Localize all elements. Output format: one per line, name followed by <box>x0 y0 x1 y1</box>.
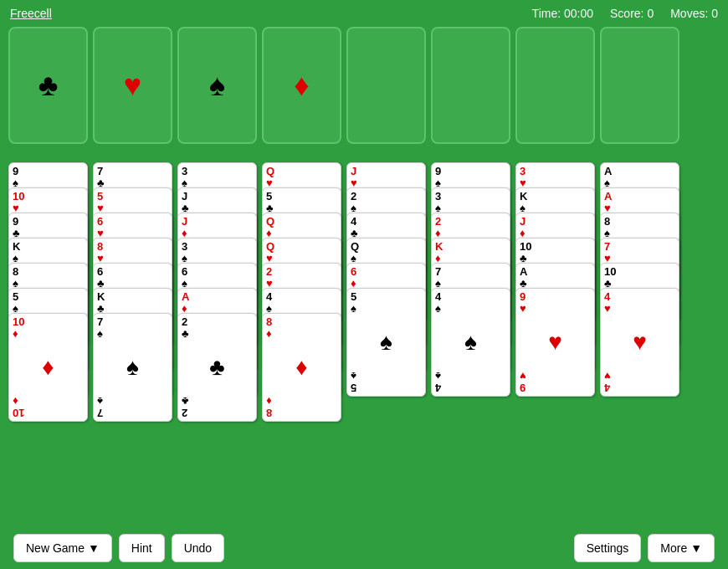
moves-stat: Moves: 0 <box>670 7 718 20</box>
card-stack-7: 3♥♥3♥K♠♠K♠J♦♦J♦10♣♣10♣A♣♣A♣9♥♥9♥ <box>515 162 595 397</box>
left-buttons: New Game ▼ Hint Undo <box>13 534 224 562</box>
more-button[interactable]: More ▼ <box>648 534 715 562</box>
table-row[interactable]: 4♥♥4♥ <box>600 288 679 397</box>
foundation-2[interactable] <box>431 27 510 144</box>
foundation-4[interactable] <box>600 27 679 144</box>
tableau-col-5: J♥♥J♥2♠♠2♠4♣♣4♣Q♠♠Q♠6♦♦6♦5♠♠5♠ <box>346 162 426 397</box>
card-stack-1: 9♠♠9♠10♥♥10♥9♣♣9♣K♠♠K♠8♠♠8♠5♠♠5♠10♦♦10♦ <box>8 162 88 422</box>
tableau-col-1: 9♠♠9♠10♥♥10♥9♣♣9♣K♠♠K♠8♠♠8♠5♠♠5♠10♦♦10♦ <box>8 162 88 422</box>
card-stack-2: 7♣♣7♣5♥♥5♥6♥♥6♥8♥♥8♥6♣♣6♣K♣♣K♣7♠♠7♠ <box>93 162 172 422</box>
tableau-col-3: 3♠♠3♠J♣♣J♣J♦♦J♦3♠♠3♠6♠♠6♠A♦♦A♦2♣♣2♣ <box>177 162 257 422</box>
hint-button[interactable]: Hint <box>119 534 165 562</box>
card-stack-3: 3♠♠3♠J♣♣J♣J♦♦J♦3♠♠3♠6♠♠6♠A♦♦A♦2♣♣2♣ <box>177 162 257 422</box>
card-stack-8: A♠♠A♠A♥♥A♥8♠♠8♠7♥♥7♥10♣♣10♣4♥♥4♥ <box>600 162 679 397</box>
card-stack-5: J♥♥J♥2♠♠2♠4♣♣4♣Q♠♠Q♠6♦♦6♦5♠♠5♠ <box>346 162 426 397</box>
tableau-col-8: A♠♠A♠A♥♥A♥8♠♠8♠7♥♥7♥10♣♣10♣4♥♥4♥ <box>600 162 679 397</box>
freecell-area: ♣ ♥ ♠ ♦ <box>0 27 728 161</box>
tableau-area: 9♠♠9♠10♥♥10♥9♣♣9♣K♠♠K♠8♠♠8♠5♠♠5♠10♦♦10♦7… <box>0 162 728 422</box>
free-cell-1[interactable]: ♣ <box>8 27 88 144</box>
undo-button[interactable]: Undo <box>172 534 224 562</box>
free-cell-2[interactable]: ♥ <box>93 27 172 144</box>
table-row[interactable]: 8♦♦8♦ <box>262 313 341 422</box>
tableau-col-4: Q♥♥Q♥5♣♣5♣Q♦♦Q♦Q♥♥Q♥2♥♥2♥4♠♠4♠8♦♦8♦ <box>262 162 341 422</box>
table-row[interactable]: 4♠♠4♠ <box>431 288 510 397</box>
new-game-button[interactable]: New Game ▼ <box>13 534 112 562</box>
foundation-1[interactable] <box>346 27 426 144</box>
top-bar: Freecell Time: 00:00 Score: 0 Moves: 0 <box>0 0 728 27</box>
game-title[interactable]: Freecell <box>10 7 52 20</box>
table-row[interactable]: 9♥♥9♥ <box>515 288 595 397</box>
settings-button[interactable]: Settings <box>574 534 642 562</box>
free-cell-3[interactable]: ♠ <box>177 27 257 144</box>
score-stat: Score: 0 <box>610 7 654 20</box>
right-buttons: Settings More ▼ <box>574 534 715 562</box>
table-row[interactable]: 5♠♠5♠ <box>346 288 426 397</box>
table-row[interactable]: 2♣♣2♣ <box>177 313 257 422</box>
card-stack-4: Q♥♥Q♥5♣♣5♣Q♦♦Q♦Q♥♥Q♥2♥♥2♥4♠♠4♠8♦♦8♦ <box>262 162 341 422</box>
table-row[interactable]: 7♠♠7♠ <box>93 313 172 422</box>
time-stat: Time: 00:00 <box>532 7 593 20</box>
free-cell-4[interactable]: ♦ <box>262 27 341 144</box>
tableau-col-6: 9♠♠9♠3♠♠3♠2♦♦2♦K♦♦K♦7♠♠7♠4♠♠4♠ <box>431 162 510 397</box>
foundation-3[interactable] <box>515 27 595 144</box>
bottom-bar: New Game ▼ Hint Undo Settings More ▼ <box>0 527 728 569</box>
tableau-col-2: 7♣♣7♣5♥♥5♥6♥♥6♥8♥♥8♥6♣♣6♣K♣♣K♣7♠♠7♠ <box>93 162 172 422</box>
table-row[interactable]: 10♦♦10♦ <box>8 313 88 422</box>
stats: Time: 00:00 Score: 0 Moves: 0 <box>532 7 718 20</box>
card-stack-6: 9♠♠9♠3♠♠3♠2♦♦2♦K♦♦K♦7♠♠7♠4♠♠4♠ <box>431 162 510 397</box>
tableau-col-7: 3♥♥3♥K♠♠K♠J♦♦J♦10♣♣10♣A♣♣A♣9♥♥9♥ <box>515 162 595 397</box>
